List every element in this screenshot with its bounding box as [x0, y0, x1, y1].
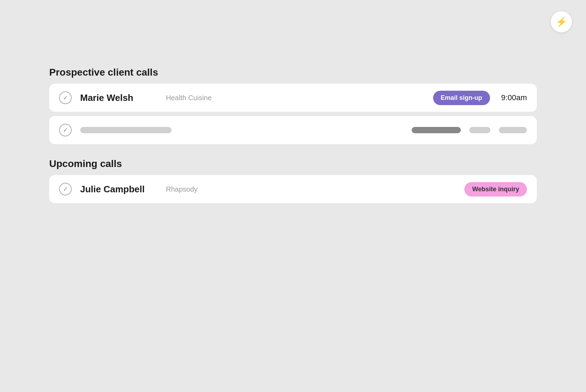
client-name: Marie Welsh — [80, 92, 157, 103]
client-name: Julie Campbell — [80, 184, 157, 195]
check-icon[interactable]: ✓ — [59, 91, 72, 104]
company-name: Health Cuisine — [166, 94, 222, 102]
upcoming-calls-title: Upcoming calls — [49, 158, 537, 169]
lightning-button[interactable]: ⚡ — [551, 11, 572, 32]
redacted-badge-bar — [412, 127, 461, 133]
time-label: 9:00am — [501, 93, 527, 102]
redacted-company-bar — [469, 127, 490, 133]
redacted-row — [80, 127, 527, 133]
list-item[interactable]: ✓ Julie Campbell Rhapsody Website inquir… — [49, 175, 537, 203]
prospective-calls-section: Prospective client calls ✓ Marie Welsh H… — [49, 67, 537, 144]
website-inquiry-badge: Website inquiry — [464, 182, 527, 197]
lightning-icon: ⚡ — [556, 17, 567, 27]
check-icon[interactable]: ✓ — [59, 183, 72, 195]
main-content: Prospective client calls ✓ Marie Welsh H… — [49, 67, 537, 207]
redacted-name-bar — [80, 127, 172, 133]
list-item[interactable]: ✓ Marie Welsh Health Cuisine Email sign-… — [49, 84, 537, 112]
email-signup-badge: Email sign-up — [433, 91, 490, 105]
upcoming-calls-section: Upcoming calls ✓ Julie Campbell Rhapsody… — [49, 158, 537, 203]
list-item[interactable]: ✓ — [49, 116, 537, 144]
company-name: Rhapsody — [166, 185, 222, 193]
redacted-time-bar — [499, 127, 527, 133]
prospective-calls-title: Prospective client calls — [49, 67, 537, 78]
check-icon[interactable]: ✓ — [59, 124, 72, 136]
